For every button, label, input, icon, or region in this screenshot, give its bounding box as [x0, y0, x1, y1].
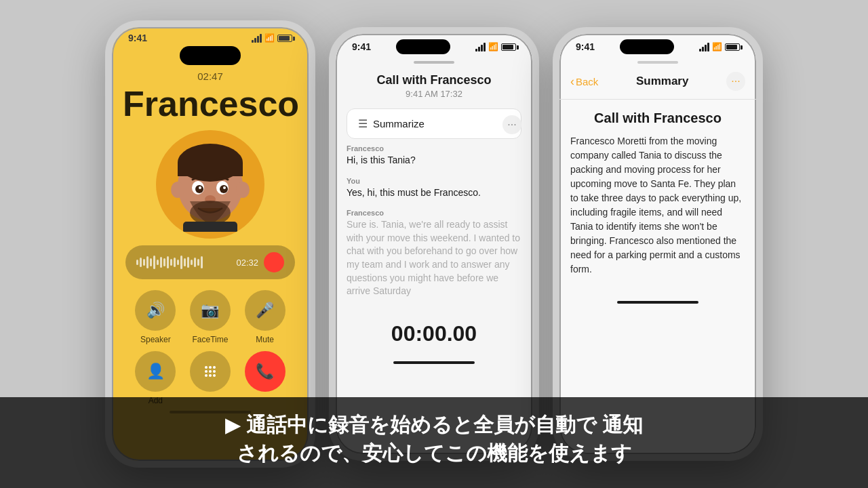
- subtitle-overlay: ▶ 通話中に録音を始めると全員が自動で 通知 されるので、安心してこの機能を使え…: [0, 397, 868, 488]
- keypad-btn-circle[interactable]: [190, 351, 231, 392]
- summary-header: ‹ Back Summary ···: [559, 66, 756, 96]
- back-btn[interactable]: ‹ Back: [570, 75, 598, 89]
- play-icon: ▶: [225, 412, 240, 439]
- summary-title: Call with Francesco: [559, 102, 756, 131]
- scroll-indicator-top-3: [559, 57, 756, 66]
- add-btn-circle[interactable]: 👤: [135, 351, 176, 392]
- svg-rect-13: [183, 222, 237, 232]
- status-icons-2: 📶: [475, 42, 516, 52]
- wifi-icon-2: 📶: [488, 42, 498, 52]
- home-bar-container-2: [336, 353, 532, 369]
- transcript-scroll: Francesco Hi, is this Tania? You Yes, hi…: [347, 144, 521, 308]
- home-bar-2: [393, 361, 475, 364]
- waveform: [136, 256, 231, 269]
- svg-point-20: [205, 374, 208, 377]
- summary-header-title: Summary: [636, 75, 688, 88]
- transcript-header: Call with Francesco 9:41 AM 17:32 ···: [336, 66, 532, 103]
- caller-name: Francesco: [123, 85, 298, 123]
- facetime-label: FaceTime: [193, 335, 229, 344]
- info-btn[interactable]: ···: [726, 72, 745, 91]
- svg-point-22: [213, 374, 216, 377]
- subtitle-line2: されるので、安心してこの機能を使えます: [237, 442, 632, 464]
- signal-bars-1: [252, 34, 262, 43]
- dynamic-island-1: [180, 46, 241, 65]
- phone-summary: 9:41 📶 ‹ Back Summary: [553, 27, 763, 461]
- summarize-icon: ☰: [358, 117, 368, 130]
- svg-point-8: [220, 185, 228, 193]
- phone-transcript: 9:41 📶 Call with Francesco 9:41 AM 17:32: [329, 27, 539, 461]
- speaker-1: You: [347, 177, 521, 185]
- svg-point-21: [209, 374, 212, 377]
- mute-btn[interactable]: 🎤 Mute: [241, 290, 288, 344]
- wifi-icon-3: 📶: [712, 42, 722, 52]
- call-buttons-row1: 🔊 Speaker 📷 FaceTime 🎤 Mute: [112, 290, 309, 344]
- scroll-indicator-top-2: [336, 57, 532, 66]
- avatar-memoji: [156, 130, 264, 239]
- status-icons-1: 📶: [252, 33, 292, 43]
- rec-timer: 02:32: [236, 258, 258, 268]
- memoji-face: [163, 137, 258, 232]
- transcript-meta: 9:41 AM 17:32: [336, 89, 532, 99]
- status-bar-3: 9:41 📶: [559, 34, 756, 57]
- facetime-btn-circle[interactable]: 📷: [190, 290, 231, 331]
- signal-bars-2: [475, 43, 486, 52]
- status-bar-2: 9:41 📶: [336, 34, 532, 57]
- wifi-icon-1: 📶: [264, 33, 275, 43]
- home-bar-container-3: [559, 293, 756, 309]
- transcript-text-2: Sure is. Tania, we're all ready to assis…: [347, 218, 521, 298]
- svg-point-16: [213, 366, 216, 369]
- svg-point-7: [195, 185, 203, 193]
- signal-bars-3: [699, 43, 709, 52]
- dynamic-island-3: [620, 39, 674, 54]
- svg-point-17: [205, 370, 208, 373]
- battery-icon-2: [501, 43, 516, 51]
- summary-body: Francesco Moretti from the moving compan…: [559, 131, 756, 279]
- transcript-text-0: Hi, is this Tania?: [347, 154, 521, 167]
- transcript-text-1: Yes, hi, this must be Francesco.: [347, 186, 521, 200]
- mute-label: Mute: [256, 335, 274, 344]
- home-bar-3: [617, 301, 698, 304]
- transcript-content: ☰ Summarize › Francesco Hi, is this Tani…: [336, 108, 532, 346]
- transcript-entry-1: You Yes, hi, this must be Francesco.: [347, 177, 521, 200]
- speaker-0: Francesco: [347, 144, 521, 152]
- summarize-row[interactable]: ☰ Summarize ›: [347, 108, 521, 139]
- svg-point-9: [199, 186, 201, 189]
- svg-rect-2: [178, 163, 243, 176]
- rec-button[interactable]: [264, 252, 284, 272]
- transcript-entry-0: Francesco Hi, is this Tania?: [347, 144, 521, 167]
- svg-point-14: [205, 366, 208, 369]
- back-chevron-icon: ‹: [570, 75, 574, 89]
- transcript-entry-2: Francesco Sure is. Tania, we're all read…: [347, 209, 521, 298]
- svg-point-18: [209, 370, 212, 373]
- battery-icon-3: [725, 43, 740, 51]
- status-bar-1: 9:41 📶: [112, 27, 309, 46]
- facetime-btn[interactable]: 📷 FaceTime: [187, 290, 234, 344]
- svg-point-4: [236, 182, 250, 198]
- status-time-2: 9:41: [352, 41, 371, 52]
- back-label: Back: [576, 76, 598, 87]
- speaker-btn-circle[interactable]: 🔊: [135, 290, 176, 331]
- call-timer: 02:47: [112, 70, 309, 82]
- transcript-title: Call with Francesco: [336, 73, 532, 87]
- battery-icon-1: [277, 35, 292, 42]
- speaker-btn[interactable]: 🔊 Speaker: [132, 290, 179, 344]
- svg-point-15: [209, 366, 212, 369]
- recording-bar: 02:32: [125, 245, 295, 279]
- subtitle-line1: 通話中に録音を始めると全員が自動で 通知: [246, 413, 643, 436]
- status-time-3: 9:41: [576, 41, 595, 52]
- avatar-container: [112, 130, 309, 239]
- info-icon: ···: [731, 75, 740, 87]
- status-icons-3: 📶: [699, 42, 740, 52]
- svg-point-3: [171, 182, 184, 198]
- divider-1: [559, 99, 756, 100]
- more-btn[interactable]: ···: [502, 115, 521, 134]
- summarize-label: Summarize: [373, 118, 425, 129]
- status-time-1: 9:41: [128, 33, 147, 43]
- svg-point-19: [213, 370, 216, 373]
- speaker-2: Francesco: [347, 209, 521, 217]
- svg-point-10: [223, 186, 226, 189]
- mute-btn-circle[interactable]: 🎤: [245, 290, 285, 331]
- summarize-left: ☰ Summarize: [358, 117, 425, 130]
- end-call-circle[interactable]: 📞: [245, 351, 285, 392]
- timer-display: 00:00.00: [347, 321, 521, 346]
